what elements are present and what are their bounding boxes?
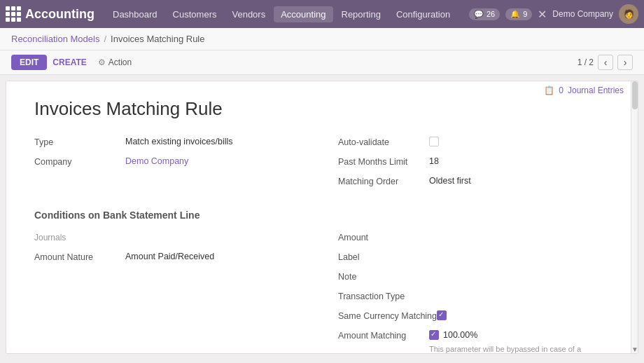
journal-icon: 📋 — [544, 85, 554, 95]
pagination: 1 / 2 ‹ › — [578, 55, 633, 70]
label-label: Label — [338, 252, 429, 262]
auto-validate-checkbox[interactable] — [429, 137, 439, 146]
action-bar: EDIT CREATE ⚙ Action 1 / 2 ‹ › — [0, 50, 644, 75]
nav-dashboard[interactable]: Dashboard — [106, 6, 164, 22]
nav-vendors[interactable]: Vendors — [225, 6, 272, 22]
top-navigation: Accounting Dashboard Customers Vendors A… — [0, 0, 644, 28]
breadcrumb-parent[interactable]: Reconciliation Models — [11, 34, 99, 44]
grid-icon — [6, 6, 21, 22]
note-field: Note — [338, 271, 600, 287]
same-currency-checkbox[interactable] — [437, 310, 447, 320]
conditions-grid: Journals Amount Nature Amount Paid/Recei… — [34, 232, 600, 354]
chat-badge[interactable]: 💬 26 — [469, 8, 500, 20]
amount-matching-label: Amount Matching — [338, 330, 429, 341]
same-currency-label: Same Currency Matching — [338, 310, 437, 321]
journal-entries-link[interactable]: 📋 0 Journal Entries — [538, 81, 629, 100]
company-name[interactable]: Demo Company — [552, 9, 613, 19]
auto-validate-field: Auto-validate — [338, 137, 600, 152]
left-fields: Type Match existing invoices/bills Compa… — [34, 137, 296, 196]
next-button[interactable]: › — [617, 55, 633, 70]
avatar-initials: 🧑 — [624, 9, 634, 19]
auto-validate-label: Auto-validate — [338, 137, 429, 147]
journals-field: Journals — [34, 232, 296, 247]
nav-configuration[interactable]: Configuration — [389, 6, 457, 22]
journals-label: Journals — [34, 232, 125, 242]
message-badge[interactable]: 🔔 9 — [505, 8, 532, 20]
scrollbar-thumb[interactable] — [632, 81, 638, 109]
scrollbar-track[interactable]: ▲ ▼ — [631, 81, 638, 353]
amount-nature-label: Amount Nature — [34, 252, 125, 262]
message-count: 9 — [523, 10, 527, 18]
amount-matching-checkbox[interactable] — [429, 330, 439, 340]
avatar[interactable]: 🧑 — [619, 4, 638, 24]
pagination-text: 1 / 2 — [578, 57, 594, 67]
amount-matching-value-group: 100.00% This parameter will be bypassed … — [429, 330, 600, 354]
company-field: Company Demo Company — [34, 156, 296, 172]
amount-nature-value: Amount Paid/Received — [125, 252, 214, 261]
breadcrumb-separator: / — [104, 34, 106, 44]
top-fields: Type Match existing invoices/bills Compa… — [34, 137, 600, 196]
nav-accounting[interactable]: Accounting — [274, 6, 332, 22]
nav-menu: Dashboard Customers Vendors Accounting R… — [106, 6, 463, 22]
form-container: 📋 0 Journal Entries Invoices Matching Ru… — [6, 81, 638, 354]
chat-icon: 💬 — [474, 10, 484, 19]
same-currency-field: Same Currency Matching — [338, 310, 600, 326]
scroll-down-arrow[interactable]: ▼ — [631, 345, 638, 353]
edit-button[interactable]: EDIT — [11, 55, 47, 70]
nav-reporting[interactable]: Reporting — [335, 6, 388, 22]
content-area: 📋 0 Journal Entries Invoices Matching Ru… — [0, 75, 644, 359]
type-label: Type — [34, 137, 125, 147]
amount-matching-row: 100.00% — [429, 330, 600, 340]
amount-nature-field: Amount Nature Amount Paid/Received — [34, 252, 296, 267]
topnav-right: 💬 26 🔔 9 ✕ Demo Company 🧑 — [469, 4, 638, 24]
matching-order-value: Oldest first — [429, 176, 471, 186]
breadcrumb-current: Invoices Matching Rule — [111, 34, 204, 44]
conditions-left: Journals Amount Nature Amount Paid/Recei… — [34, 232, 296, 354]
past-months-value: 18 — [429, 156, 439, 166]
amount-hint: This parameter will be bypassed in case … — [429, 344, 600, 354]
label-field: Label — [338, 252, 600, 267]
gear-icon: ⚙ — [98, 57, 106, 67]
journal-label: Journal Entries — [568, 85, 624, 95]
note-label: Note — [338, 271, 429, 282]
transaction-type-field: Transaction Type — [338, 291, 600, 306]
prev-button[interactable]: ‹ — [598, 55, 613, 70]
amount-matching-percent: 100.00% — [443, 330, 477, 340]
breadcrumb: Reconciliation Models / Invoices Matchin… — [0, 28, 644, 50]
journal-count: 0 — [559, 85, 564, 95]
matching-order-field: Matching Order Oldest first — [338, 176, 600, 191]
company-label: Company — [34, 156, 125, 167]
action-label: Action — [108, 57, 132, 67]
conditions-right: Amount Label Note Transaction Type Same … — [338, 232, 600, 354]
create-button[interactable]: CREATE — [52, 57, 86, 67]
type-value: Match existing invoices/bills — [125, 137, 233, 146]
message-icon: 🔔 — [510, 10, 520, 19]
right-fields: Auto-validate Past Months Limit 18 Match… — [338, 137, 600, 196]
transaction-type-label: Transaction Type — [338, 291, 429, 301]
form-title: Invoices Matching Rule — [34, 98, 600, 120]
app-title: Accounting — [25, 7, 94, 22]
app-logo[interactable]: Accounting — [6, 6, 94, 22]
action-dropdown[interactable]: ⚙ Action — [98, 57, 132, 67]
conditions-section-header: Conditions on Bank Statement Line — [34, 210, 600, 224]
close-icon[interactable]: ✕ — [538, 8, 547, 21]
past-months-field: Past Months Limit 18 — [338, 156, 600, 172]
past-months-label: Past Months Limit — [338, 156, 429, 167]
amount-label: Amount — [338, 232, 429, 242]
amount-matching-field: Amount Matching 100.00% This parameter w… — [338, 330, 600, 354]
nav-customers[interactable]: Customers — [166, 6, 224, 22]
matching-order-label: Matching Order — [338, 176, 429, 186]
form-inner: Invoices Matching Rule Type Match existi… — [6, 81, 622, 354]
company-value[interactable]: Demo Company — [125, 156, 188, 166]
amount-field: Amount — [338, 232, 600, 247]
chat-count: 26 — [486, 10, 495, 18]
type-field: Type Match existing invoices/bills — [34, 137, 296, 152]
